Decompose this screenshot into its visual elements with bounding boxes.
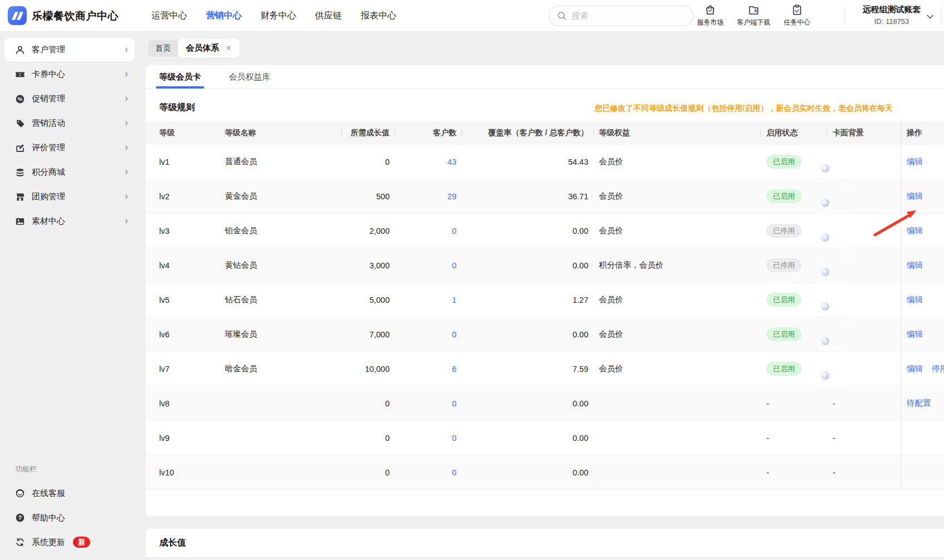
breadcrumb-home-tab[interactable]: 首页 (148, 40, 178, 57)
help-icon: ? (15, 513, 25, 523)
customer-count-link[interactable]: 43 (448, 158, 456, 166)
customer-count-link[interactable]: 0 (452, 330, 456, 339)
sidebar-footer-item-系统更新[interactable]: 系统更新新 (0, 530, 139, 554)
breadcrumb-current-label: 会员体系 (186, 43, 219, 53)
action-待配置-link[interactable]: 待配置 (907, 398, 931, 409)
nav-item-财务中心[interactable]: 财务中心 (260, 10, 296, 22)
sidebar-item-卡券中心[interactable]: 卡券中心› (4, 62, 135, 86)
cell-growth-required: 7,000 (342, 330, 395, 339)
section-title-level-rules: 等级规则 (159, 102, 195, 114)
cell-actions: 编辑 (901, 179, 944, 213)
status-badge: 已启用 (766, 362, 802, 376)
svg-text:%: % (18, 96, 23, 102)
cell-growth-required: 2,000 (342, 227, 395, 235)
nav-item-运营中心[interactable]: 运营中心 (151, 10, 187, 22)
action-编辑-link[interactable]: 编辑 (907, 363, 923, 374)
refresh-icon (15, 537, 25, 547)
nav-item-营销中心[interactable]: 营销中心 (206, 10, 242, 22)
quick-link-label: 客户端下载 (737, 18, 770, 27)
status-empty: - (766, 399, 769, 408)
cell-level-name: 铂金会员 (225, 225, 342, 236)
action-停用-link[interactable]: 停用 (932, 363, 944, 374)
action-编辑-link[interactable]: 编辑 (907, 225, 923, 236)
tag-icon (15, 119, 25, 129)
sidebar-item-促销管理[interactable]: %促销管理› (4, 87, 135, 111)
cell-status: 已启用 (761, 155, 827, 169)
quick-link-任务中心[interactable]: 任务中心 (784, 3, 810, 27)
search-placeholder: 搜索 (572, 11, 588, 21)
sidebar-item-积分商城[interactable]: 积分商城› (4, 160, 135, 184)
cell-coverage: 0.00 (462, 468, 594, 477)
quick-link-label: 任务中心 (784, 18, 810, 27)
action-编辑-link[interactable]: 编辑 (907, 156, 923, 167)
svg-text:?: ? (18, 514, 22, 521)
action-编辑-link[interactable]: 编辑 (907, 191, 923, 202)
customer-count-link[interactable]: 0 (452, 399, 456, 408)
level-card-panel: 等级会员卡 会员权益库 等级规则 您已修改了不同等级成长值规则（包括停用/启用）… (146, 65, 944, 516)
cell-level: lv6 (159, 330, 225, 339)
sidebar-item-团购管理[interactable]: 团购管理› (4, 185, 135, 209)
cell-status: - (761, 399, 827, 408)
sidebar-item-营销活动[interactable]: 营销活动› (4, 111, 135, 135)
cell-customer-count: 1 (395, 296, 462, 304)
sidebar: 客户管理›卡券中心›%促销管理›营销活动›评价管理›积分商城›团购管理›素材中心… (0, 32, 139, 560)
new-badge: 新 (73, 537, 90, 548)
chevron-right-icon: › (125, 191, 128, 201)
header-divider (844, 7, 845, 24)
cell-customer-count: 0 (395, 399, 462, 408)
customer-count-link[interactable]: 6 (452, 365, 456, 374)
cell-growth-required: 0 (342, 399, 395, 408)
sidebar-item-素材中心[interactable]: 素材中心› (4, 209, 135, 233)
cell-card-background: - (827, 434, 901, 443)
chevron-right-icon: › (125, 117, 128, 127)
tab-member-benefits[interactable]: 会员权益库 (229, 65, 271, 89)
breadcrumb-current-tab[interactable]: 会员体系 ✕ (178, 39, 239, 57)
cell-coverage: 0.00 (462, 399, 594, 408)
coins-icon (15, 168, 25, 178)
sidebar-footer-label-text: 帮助中心 (32, 513, 65, 523)
sidebar-footer-item-在线客服[interactable]: 在线客服 (0, 481, 139, 505)
cell-customer-count: 0 (395, 261, 462, 270)
chevron-down-icon[interactable] (926, 12, 934, 22)
action-编辑-link[interactable]: 编辑 (907, 329, 923, 340)
customer-count-link[interactable]: 0 (452, 434, 456, 443)
sidebar-item-客户管理[interactable]: 客户管理› (4, 38, 135, 62)
customer-count-link[interactable]: 0 (452, 468, 456, 477)
cell-status: - (761, 434, 827, 443)
column-header-等级权益: 等级权益 (594, 128, 761, 138)
sidebar-item-label: 促销管理 (32, 94, 65, 104)
cell-benefits: 会员价 (594, 329, 761, 340)
coupon-icon (15, 70, 25, 80)
cell-card-background: - (827, 399, 901, 408)
cell-coverage: 7.59 (462, 365, 594, 374)
action-编辑-link[interactable]: 编辑 (907, 294, 923, 305)
customer-count-link[interactable]: 1 (452, 296, 456, 304)
promo-icon: % (15, 94, 25, 104)
cell-customer-count: 0 (395, 227, 462, 235)
quick-link-客户端下载[interactable]: 客户端下载 (737, 3, 770, 27)
column-header-卡面背景: 卡面背景 (827, 128, 901, 138)
sidebar-item-评价管理[interactable]: 评价管理› (4, 136, 135, 160)
nav-item-供应链[interactable]: 供应链 (315, 10, 342, 22)
app-logo-icon (8, 6, 27, 25)
cell-actions: 编辑 (901, 248, 944, 282)
cell-growth-required: 0 (342, 434, 395, 443)
close-icon[interactable]: ✕ (225, 44, 232, 52)
nav-item-报表中心[interactable]: 报表中心 (361, 10, 396, 22)
chevron-right-icon: › (125, 68, 128, 78)
account-switcher[interactable]: 远程组测试账套 ID: 118753 (856, 4, 927, 26)
cell-level-name: 璀璨会员 (225, 329, 342, 340)
cell-coverage: 0.00 (462, 227, 594, 235)
search-input[interactable]: 搜索 (549, 6, 694, 26)
customer-count-link[interactable]: 29 (448, 192, 456, 201)
customer-count-link[interactable]: 0 (452, 227, 456, 235)
customer-count-link[interactable]: 0 (452, 261, 456, 270)
action-编辑-link[interactable]: 编辑 (907, 260, 923, 271)
panel-tabs: 等级会员卡 会员权益库 (146, 65, 944, 89)
cell-customer-count: 0 (395, 434, 462, 443)
sidebar-footer-item-帮助中心[interactable]: ?帮助中心 (0, 505, 139, 530)
chevron-right-icon: › (125, 215, 128, 225)
cell-level: lv7 (159, 365, 225, 374)
quick-link-服务市场[interactable]: 服务市场 (697, 3, 724, 27)
tab-level-member-card[interactable]: 等级会员卡 (159, 65, 201, 89)
